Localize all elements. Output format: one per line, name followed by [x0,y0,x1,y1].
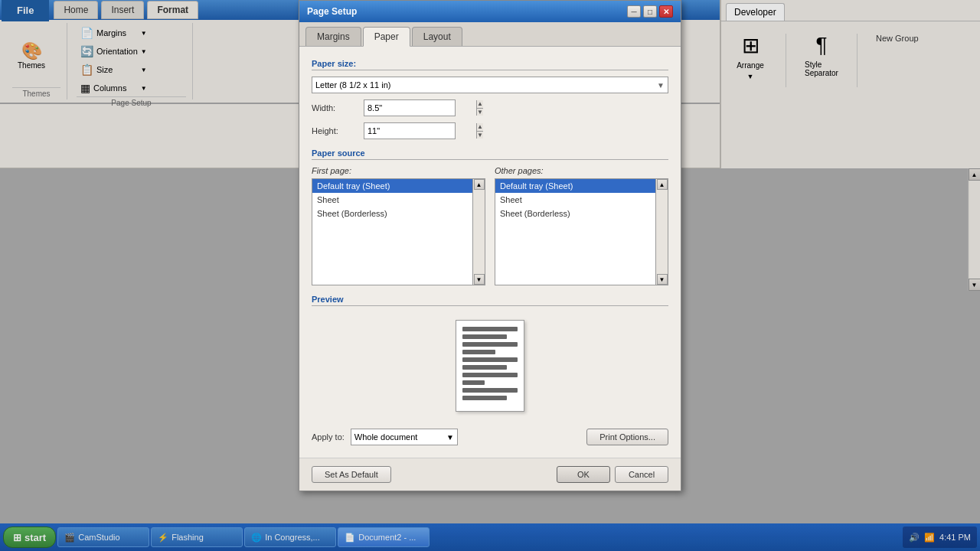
first-page-col: First page: Default tray (Sheet) Sheet S… [312,166,485,285]
paper-source-label: Paper source [312,148,668,160]
width-input[interactable] [364,102,476,114]
preview-line-1 [462,327,518,331]
preview-line-2 [462,334,507,339]
preview-section: Preview [312,295,668,419]
preview-box [312,312,668,419]
set-default-button[interactable]: Set As Default [312,466,391,483]
height-row: Height: ▲ ▼ [312,122,668,139]
maximize-button[interactable]: □ [643,5,657,18]
height-up-button[interactable]: ▲ [477,123,483,132]
print-options-button[interactable]: Print Options... [586,429,668,445]
preview-line-8 [462,380,485,385]
dialog-body: Paper size: Letter (8 1/2 x 11 in) ▼ Wid… [299,47,681,458]
minimize-button[interactable]: ─ [627,5,641,18]
first-page-item-0[interactable]: Default tray (Sheet) [312,179,485,193]
height-spinner-btns: ▲ ▼ [476,123,483,139]
paper-size-arrow: ▼ [657,81,665,90]
other-pages-col: Other pages: Default tray (Sheet) Sheet … [495,166,668,285]
apply-to-value: Whole document [354,432,418,442]
height-spinner[interactable]: ▲ ▼ [364,122,456,139]
first-page-item-2[interactable]: Sheet (Borderless) [312,207,485,220]
preview-line-6 [462,365,507,370]
tab-paper[interactable]: Paper [363,27,410,47]
other-pages-item-2[interactable]: Sheet (Borderless) [495,207,668,220]
preview-line-3 [462,342,518,347]
first-page-scroll-track [474,190,485,274]
dialog-footer: Set As Default OK Cancel [299,458,681,491]
other-pages-scroll-track [657,190,668,274]
paper-size-value: Letter (8 1/2 x 11 in) [315,80,390,90]
tab-layout[interactable]: Layout [412,27,462,46]
preview-line-4 [462,350,495,354]
preview-page [456,320,524,412]
first-page-scroll-down[interactable]: ▼ [474,274,485,285]
preview-line-7 [462,373,518,377]
other-pages-item-1[interactable]: Sheet [495,193,668,207]
cancel-button[interactable]: Cancel [615,466,668,483]
dialog-title-buttons: ─ □ ✕ [627,5,673,18]
apply-to-arrow: ▼ [446,433,454,442]
other-pages-label: Other pages: [495,166,668,175]
paper-size-section-label: Paper size: [312,59,668,70]
apply-to-select[interactable]: Whole document ▼ [351,429,458,445]
other-pages-scroll-down[interactable]: ▼ [657,274,668,285]
first-page-scroll-up[interactable]: ▲ [474,179,485,190]
preview-label: Preview [312,295,668,306]
dialog-tabs: Margins Paper Layout [299,22,681,47]
paper-source-section: Paper source First page: Default tray (S… [312,148,668,285]
source-columns: First page: Default tray (Sheet) Sheet S… [312,166,668,285]
first-page-scrollbar[interactable]: ▲ ▼ [472,179,485,285]
preview-line-5 [462,357,518,362]
dialog-titlebar: Page Setup ─ □ ✕ [299,1,681,22]
tab-margins[interactable]: Margins [305,27,361,46]
width-spinner-btns: ▲ ▼ [476,100,483,116]
other-pages-listbox[interactable]: Default tray (Sheet) Sheet Sheet (Border… [495,178,668,285]
apply-to-label: Apply to: [312,432,345,442]
preview-line-10 [462,396,507,400]
preview-line-9 [462,388,518,393]
page-setup-dialog: Page Setup ─ □ ✕ Margins Paper Layout Pa… [299,0,681,491]
height-label: Height: [312,126,358,135]
height-down-button[interactable]: ▼ [477,132,483,139]
close-button[interactable]: ✕ [659,5,673,18]
other-pages-item-0[interactable]: Default tray (Sheet) [495,179,668,193]
width-up-button[interactable]: ▲ [477,100,483,109]
apply-row: Apply to: Whole document ▼ Print Options… [312,429,668,445]
height-input[interactable] [364,125,476,137]
other-pages-scrollbar[interactable]: ▲ ▼ [655,179,668,285]
ok-cancel-group: OK Cancel [557,466,668,483]
dialog-title: Page Setup [307,6,357,17]
paper-size-select[interactable]: Letter (8 1/2 x 11 in) ▼ [312,77,668,93]
apply-left: Apply to: Whole document ▼ [312,429,458,445]
first-page-item-1[interactable]: Sheet [312,193,485,207]
width-down-button[interactable]: ▼ [477,109,483,116]
width-spinner[interactable]: ▲ ▼ [364,99,456,116]
first-page-label: First page: [312,166,485,175]
other-pages-scroll-up[interactable]: ▲ [657,179,668,190]
first-page-listbox[interactable]: Default tray (Sheet) Sheet Sheet (Border… [312,178,485,285]
width-row: Width: ▲ ▼ [312,99,668,116]
ok-button[interactable]: OK [557,466,610,483]
width-label: Width: [312,103,358,112]
